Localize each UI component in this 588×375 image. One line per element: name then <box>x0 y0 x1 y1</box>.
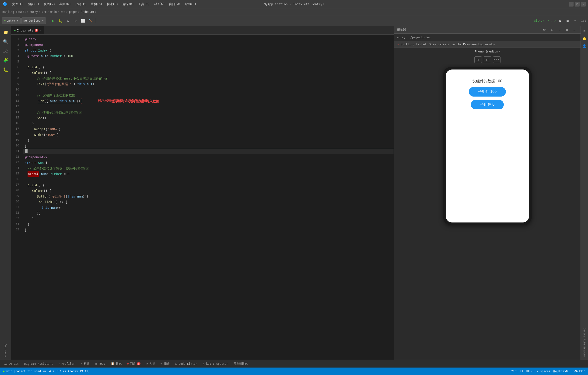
run-button[interactable]: ▶ <box>50 18 56 24</box>
bottom-tab-previewlog[interactable]: 预览器日志 <box>231 361 250 367</box>
build-button[interactable]: 🔨 <box>87 18 94 24</box>
menu-edit[interactable]: 编辑(E) <box>26 1 41 7</box>
status-sync-msg: ● Sync project finished in 54 s 757 ms (… <box>2 370 91 373</box>
code-line-29: Button(`子组件 ${this.num}`) <box>23 193 394 199</box>
editor-tab-index[interactable]: ● Index.ets 1 × <box>11 26 44 34</box>
menu-code[interactable]: 代码(C) <box>73 1 88 7</box>
activity-extensions[interactable]: 🧩 <box>1 56 10 64</box>
toolbar-more[interactable]: ⋯ <box>572 18 578 24</box>
bottom-tab-services[interactable]: ⊞ 服务 <box>158 361 172 367</box>
breadcrumb-sep: > <box>27 10 29 13</box>
tab-more-button[interactable]: ⋮ <box>386 30 394 34</box>
menu-build[interactable]: 构建(B) <box>105 1 120 7</box>
activity-search[interactable]: 🔍 <box>1 37 10 46</box>
menu-view[interactable]: 视图(V) <box>42 1 57 7</box>
main-layout: 📁 🔍 ⎇ 🧩 🐛 Bookmarks ● Index.ets 1 × ⋮ 12… <box>0 26 588 360</box>
activity-source-control[interactable]: ⎇ <box>1 47 10 55</box>
bottom-tab-migrate[interactable]: Migrate Assistant <box>22 361 55 367</box>
status-branch[interactable]: 基础班day03 <box>552 369 570 373</box>
menu-git[interactable]: Git(G) <box>152 1 167 7</box>
refresh-button[interactable]: ↺ <box>72 18 79 24</box>
code-editor[interactable]: 12345 678910 1112131415 1617181920 21222… <box>11 34 394 360</box>
breadcrumb-item[interactable]: pages <box>69 10 77 13</box>
menu-tools[interactable]: 工具(T) <box>136 1 151 7</box>
preview-panel: 预览器 ⟳ ⊞ ⋯ ⚙ — entry : /pages/Index ⊗ Bui… <box>394 26 580 360</box>
phone-btn-1[interactable]: 子组件 100 <box>469 87 506 97</box>
maximize-button[interactable]: □ <box>575 2 580 7</box>
menu-help[interactable]: 帮助(H) <box>183 1 198 7</box>
preview-icon-more[interactable]: ⋯ <box>556 27 563 33</box>
preview-icon-inspect[interactable]: ⊞ <box>549 27 555 33</box>
breadcrumb-item[interactable]: ets <box>60 10 66 13</box>
toolbar-devices-btn[interactable]: No Devices ▾ <box>21 18 46 24</box>
breadcrumb-item[interactable]: nanjing-base01 <box>2 10 26 13</box>
preview-icon-close[interactable]: — <box>571 27 578 33</box>
preview-icons: ⟳ ⊞ ⋯ ⚙ — <box>541 27 578 33</box>
status-spaces[interactable]: 2 spaces <box>536 370 551 373</box>
status-right: 21:1 LF UTF-8 2 spaces 基础班day03 359↑1300 <box>510 369 586 373</box>
tab-close-button[interactable]: × <box>39 29 41 32</box>
menu-nav[interactable]: 导航(N) <box>57 1 73 7</box>
menu-run[interactable]: 运行(D) <box>120 1 136 7</box>
code-line-11: // 父组件传递过去的数据 <box>23 92 394 98</box>
code-line-16: } <box>23 121 394 126</box>
breadcrumb-item[interactable]: entry <box>29 10 38 13</box>
bottom-tab-build[interactable]: ✦ 构建 <box>78 361 92 367</box>
close-button[interactable]: ✕ <box>581 2 586 7</box>
breadcrumb-item[interactable]: main <box>50 10 57 13</box>
code-line-3: struct Index { <box>23 48 394 53</box>
bookmarks-label[interactable]: Bookmarks <box>4 342 7 360</box>
layout-button[interactable]: ⊞ <box>564 18 571 24</box>
error-icon: ⊗ <box>397 42 399 46</box>
minimize-button[interactable]: － <box>569 2 574 7</box>
breadcrumb-item[interactable]: Index.ets <box>81 10 96 13</box>
status-encoding[interactable]: UTF-8 <box>525 370 535 373</box>
preview-title: 预览器 <box>397 28 406 32</box>
preview-content: 父组件的数据 100 子组件 100 子组件 0 <box>394 64 580 360</box>
code-line-6: build() { <box>23 64 394 70</box>
editor-area: ● Index.ets 1 × ⋮ 12345 678910 111213141… <box>11 26 394 360</box>
stop-button[interactable]: ⬜ <box>80 18 86 24</box>
menu-window[interactable]: 窗口(W) <box>167 1 182 7</box>
device-file-browser-label[interactable]: Device File Browser <box>583 326 586 359</box>
code-line-27: build() { <box>23 182 394 188</box>
preview-more-button[interactable]: ··· <box>493 56 501 63</box>
code-line-12: Son({ num: this.num }) 提示出错 不支持 父组件传入数据 <box>23 98 394 104</box>
activity-files[interactable]: 📁 <box>1 28 10 36</box>
bottom-tab-arkui[interactable]: ArkUI Inspector <box>200 361 230 367</box>
toolbar-entry-btn[interactable]: ⚑ entry ▾ <box>2 18 21 24</box>
bottom-tab-problems[interactable]: ⊗ 问题 0 <box>125 361 143 367</box>
activity-debug[interactable]: 🐛 <box>1 65 10 74</box>
code-line-25: @Local num: number = 0 <box>23 171 394 177</box>
bottom-tab-terminal[interactable]: ⊞ 向导 <box>144 361 157 367</box>
status-lf[interactable]: LF <box>519 370 525 373</box>
phone-btn-2[interactable]: 子组件 0 <box>471 100 504 109</box>
settings-button[interactable]: ⚙ <box>557 18 563 24</box>
right-sidebar-icon-1[interactable]: ⊞ <box>581 28 588 34</box>
preview-back-button[interactable]: ◁ <box>474 56 482 63</box>
code-line-33: } <box>23 216 394 222</box>
menu-file[interactable]: 文件(F) <box>10 1 25 7</box>
status-position[interactable]: 21:1 <box>510 370 519 373</box>
toolbar: ⚑ entry ▾ No Devices ▾ ▶ 🐛 ⊕ ↺ ⬜ 🔨 Git(L… <box>0 15 588 26</box>
right-sidebar-icon-3[interactable]: 👤 <box>581 43 588 49</box>
code-line-2: @Component <box>23 42 394 48</box>
bottom-tab-log[interactable]: 📋 日志 <box>108 361 124 367</box>
right-sidebar-icon-2[interactable]: 🔔 <box>581 35 588 41</box>
bottom-tab-todo[interactable]: ☑ TODO <box>93 361 107 367</box>
coverage-button[interactable]: ⊕ <box>65 18 71 24</box>
code-content[interactable]: @Entry @Component struct Index { @State … <box>23 34 394 360</box>
bottom-tab-linter[interactable]: ⊞ Code Linter <box>173 361 200 367</box>
bottom-tab-git[interactable]: ⎇ ⎇ Git <box>2 361 21 367</box>
breadcrumb-item[interactable]: src <box>42 10 47 13</box>
preview-icon-refresh[interactable]: ⟳ <box>541 27 548 33</box>
window-controls: － □ ✕ <box>569 2 586 7</box>
bottom-tab-profiler[interactable]: ↗ Profiler <box>56 361 77 367</box>
menu-refactor[interactable]: 重构(G) <box>89 1 104 7</box>
code-line-31: this.num++ <box>23 205 394 210</box>
preview-home-button[interactable]: □ <box>484 56 491 63</box>
toolbar-separator <box>48 18 48 23</box>
code-line-4: @State num: number = 100 <box>23 53 394 59</box>
preview-icon-settings[interactable]: ⚙ <box>564 27 570 33</box>
debug-button[interactable]: 🐛 <box>57 18 64 24</box>
